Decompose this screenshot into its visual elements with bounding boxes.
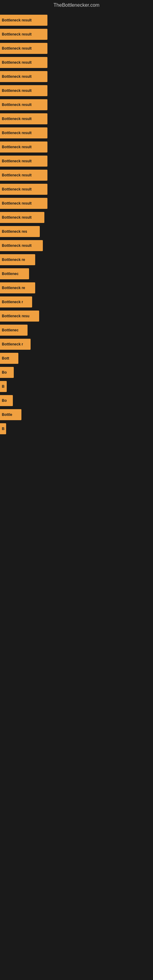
result-bar[interactable]: Bottleneck result <box>0 85 48 96</box>
bar-row <box>0 662 153 675</box>
bar-row: Bottleneck result <box>0 239 153 252</box>
result-bar[interactable]: Bottleneck result <box>0 184 48 195</box>
bar-row: Bottleneck result <box>0 41 153 55</box>
bar-row <box>0 577 153 590</box>
bar-row <box>0 690 153 703</box>
result-bar[interactable]: Bottleneck result <box>0 29 48 40</box>
bar-label: Bottleneck result <box>2 215 32 220</box>
bar-row: Bottleneck result <box>0 70 153 83</box>
bar-row <box>0 788 153 802</box>
bar-row: Bottleneck result <box>0 183 153 196</box>
bar-label: Bottleneck re <box>2 286 25 290</box>
result-bar[interactable]: Bottleneck res <box>0 226 40 237</box>
bar-row <box>0 830 153 844</box>
bar-row <box>0 845 153 858</box>
result-bar[interactable]: Bo <box>0 395 13 406</box>
bar-label: Bo <box>2 398 7 403</box>
result-bar[interactable]: Bottleneck result <box>0 240 43 251</box>
bar-label: Bottleneck re <box>2 258 25 262</box>
bar-row <box>0 802 153 816</box>
bar-row <box>0 492 153 506</box>
bar-label: Bottlenec <box>2 328 19 332</box>
bar-row: Bottleneck result <box>0 98 153 111</box>
bar-label: B <box>2 426 5 431</box>
bar-row: B <box>0 422 153 436</box>
bar-row <box>0 450 153 464</box>
bar-row <box>0 718 153 731</box>
bar-label: Bottleneck result <box>2 145 32 149</box>
result-bar[interactable]: Bottleneck result <box>0 71 48 82</box>
result-bar[interactable]: Bottleneck resu <box>0 310 39 321</box>
bar-row: Bottlenec <box>0 267 153 280</box>
result-bar[interactable]: B <box>0 423 6 434</box>
bar-label: Bottleneck result <box>2 173 32 177</box>
result-bar[interactable]: Bottlenec <box>0 268 29 279</box>
bar-label: Bottleneck r <box>2 342 23 346</box>
bar-row <box>0 535 153 548</box>
bar-row <box>0 520 153 534</box>
bar-label: Bottleneck result <box>2 243 32 248</box>
bar-label: Bottleneck result <box>2 159 32 163</box>
bar-row <box>0 605 153 619</box>
result-bar[interactable]: B <box>0 381 7 392</box>
bar-row <box>0 732 153 745</box>
bar-row: Bottleneck result <box>0 56 153 69</box>
result-bar[interactable]: Bottle <box>0 409 21 420</box>
bar-label: Bottleneck result <box>2 18 32 22</box>
result-bar[interactable]: Bottleneck result <box>0 142 48 153</box>
bar-row: Bottleneck r <box>0 337 153 351</box>
bar-row: Bottleneck res <box>0 225 153 238</box>
bar-row: Bo <box>0 366 153 379</box>
result-bar[interactable]: Bottleneck re <box>0 254 35 265</box>
bar-row <box>0 648 153 661</box>
bar-row: Bottleneck result <box>0 154 153 168</box>
bar-row <box>0 436 153 450</box>
bar-row <box>0 563 153 576</box>
result-bar[interactable]: Bottlenec <box>0 325 27 336</box>
bar-label: Bottleneck result <box>2 75 32 79</box>
bar-label: B <box>2 384 5 389</box>
bar-label: Bottleneck result <box>2 103 32 107</box>
bar-row <box>0 619 153 633</box>
result-bar[interactable]: Bottleneck result <box>0 170 48 181</box>
result-bar[interactable]: Bo <box>0 367 14 378</box>
bar-row <box>0 774 153 788</box>
bar-label: Bottleneck result <box>2 201 32 205</box>
result-bar[interactable]: Bottleneck result <box>0 127 48 138</box>
site-title: TheBottlenecker.com <box>0 0 153 10</box>
bar-label: Bott <box>2 356 9 360</box>
bar-row: Bottleneck result <box>0 126 153 140</box>
bar-label: Bottleneck result <box>2 89 32 93</box>
bar-label: Bottleneck result <box>2 117 32 121</box>
bar-row: Bottleneck resu <box>0 309 153 323</box>
result-bar[interactable]: Bottleneck result <box>0 99 48 110</box>
result-bar[interactable]: Bottleneck r <box>0 339 30 350</box>
bar-label: Bottleneck result <box>2 187 32 191</box>
bar-row: Bottlenec <box>0 323 153 337</box>
bar-label: Bottleneck result <box>2 32 32 37</box>
result-bar[interactable]: Bottleneck result <box>0 113 48 124</box>
bar-row: Bottleneck result <box>0 140 153 154</box>
result-bar[interactable]: Bottleneck result <box>0 212 45 223</box>
result-bar[interactable]: Bottleneck r <box>0 296 32 307</box>
bar-label: Bottleneck r <box>2 300 23 304</box>
bar-row <box>0 676 153 689</box>
result-bar[interactable]: Bottleneck result <box>0 156 48 167</box>
result-bar[interactable]: Bottleneck result <box>0 57 48 68</box>
bar-row <box>0 591 153 605</box>
bar-row: Bottleneck result <box>0 27 153 41</box>
bar-row <box>0 760 153 773</box>
bar-label: Bottleneck result <box>2 60 32 65</box>
result-bar[interactable]: Bott <box>0 353 18 364</box>
bar-row: Bo <box>0 394 153 407</box>
bar-row: Bott <box>0 352 153 365</box>
result-bar[interactable]: Bottleneck result <box>0 43 48 54</box>
bar-row: Bottleneck result <box>0 13 153 27</box>
bar-row <box>0 746 153 759</box>
result-bar[interactable]: Bottleneck result <box>0 198 48 209</box>
result-bar[interactable]: Bottleneck re <box>0 282 35 293</box>
bar-label: Bo <box>2 370 7 375</box>
bar-row: Bottleneck result <box>0 197 153 210</box>
bar-row <box>0 464 153 478</box>
result-bar[interactable]: Bottleneck result <box>0 15 48 26</box>
